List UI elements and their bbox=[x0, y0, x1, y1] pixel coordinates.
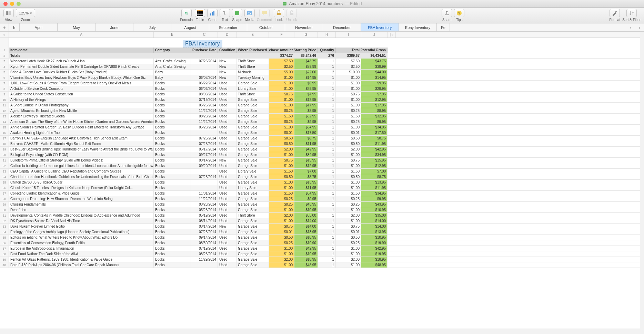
cell-potential-gross[interactable]: $15.95 bbox=[361, 158, 388, 163]
cell-condition[interactable]: Used bbox=[218, 92, 237, 97]
cell-potential-gross[interactable]: $34.95 bbox=[361, 125, 388, 130]
cell-quantity[interactable]: 1 bbox=[318, 235, 336, 240]
cell-quantity[interactable]: 1 bbox=[318, 81, 336, 86]
cell-condition[interactable]: Used bbox=[218, 191, 237, 196]
cell-total[interactable]: $0.25 bbox=[336, 196, 361, 201]
cell-name[interactable]: A Guide to the United States Constitutio… bbox=[9, 92, 154, 97]
cell-name[interactable]: 1,001 Low-Fat Soups & Stews: From Elegan… bbox=[9, 81, 154, 86]
hdr-starting-price[interactable]: Starting Price bbox=[294, 48, 318, 53]
cell-quantity[interactable]: 1 bbox=[318, 202, 336, 207]
cell-name[interactable]: Bride & Groom Love Duckies Rubber Ducks … bbox=[9, 70, 154, 75]
cell-category[interactable]: Books bbox=[154, 246, 191, 251]
cell-where[interactable]: Library Sale bbox=[237, 185, 269, 190]
cell-name[interactable]: Ford F-150 Pick-Ups 2004-06 (Chilton's T… bbox=[9, 262, 154, 268]
cell-condition[interactable]: Used bbox=[218, 240, 237, 246]
cell-purchase-amount[interactable]: $1.00 bbox=[269, 185, 294, 190]
rownum-12[interactable]: 12 bbox=[0, 108, 9, 113]
cell-condition[interactable]: Used bbox=[218, 180, 237, 185]
cell-date[interactable]: 06/06/2014 bbox=[191, 86, 218, 91]
cell-potential-gross[interactable]: $10.95 bbox=[361, 207, 388, 212]
cell-category[interactable]: Books bbox=[154, 213, 191, 218]
cell-starting-price[interactable]: $8.75 bbox=[294, 136, 318, 141]
cell-where[interactable]: Garage Sale bbox=[237, 262, 269, 268]
cell-category[interactable]: Arts, Crafts, Sewing bbox=[154, 59, 191, 64]
sheet-tab-july[interactable]: July bbox=[133, 23, 171, 31]
cell-condition[interactable]: New bbox=[218, 75, 237, 80]
cell-starting-price[interactable]: $42.95 bbox=[294, 147, 318, 152]
cell-name[interactable]: Annie Sloan's Painted Garden: 25 Easy Ou… bbox=[9, 125, 154, 130]
totals-date[interactable] bbox=[191, 53, 218, 58]
cell-total[interactable]: $7.50 bbox=[336, 59, 361, 64]
cell-purchase-amount[interactable]: $0.25 bbox=[269, 240, 294, 246]
cell-quantity[interactable]: 1 bbox=[318, 218, 336, 223]
sheet-tab-september[interactable]: September bbox=[209, 23, 247, 31]
rownum-2[interactable]: 2 bbox=[0, 53, 9, 58]
sheet-tab-may[interactable]: May bbox=[58, 23, 95, 31]
cell-purchase-amount[interactable]: $1.50 bbox=[269, 191, 294, 196]
hdr-quantity[interactable]: Quantity bbox=[318, 48, 336, 53]
cell-name[interactable]: Aleister Crowley's Illustrated Goetia bbox=[9, 114, 154, 119]
cell-potential-gross[interactable]: $14.00 bbox=[361, 224, 388, 229]
zoom-select[interactable]: 125% ▾ bbox=[16, 9, 35, 17]
cell-name[interactable]: Fast Food Nation: The Dark Side of the A… bbox=[9, 251, 154, 257]
cell-quantity[interactable]: 1 bbox=[318, 103, 336, 108]
sheet-tab-october[interactable]: October bbox=[247, 23, 285, 31]
cell-condition[interactable]: Used bbox=[218, 108, 237, 113]
cell-total[interactable]: $0.75 bbox=[336, 92, 361, 97]
cell-where[interactable]: Thrift Store bbox=[237, 92, 269, 97]
cell-purchase-amount[interactable]: $0.50 bbox=[269, 235, 294, 240]
totals-pa[interactable]: $374.27 bbox=[269, 53, 294, 58]
cell-purchase-amount[interactable]: $1.00 bbox=[269, 86, 294, 91]
cell-name[interactable]: Fenton Art Glass Patterns, 1939-1980: Id… bbox=[9, 257, 154, 262]
cell-starting-price[interactable]: $29.95 bbox=[294, 86, 318, 91]
cell-date[interactable] bbox=[191, 185, 218, 190]
cell-where[interactable]: Garage Sale bbox=[237, 174, 269, 179]
rownum-35[interactable]: 35 bbox=[0, 235, 9, 240]
rownum-3[interactable]: 3 bbox=[0, 59, 9, 64]
cell-name[interactable]: Duke Nukem Forever Limited Editio bbox=[9, 224, 154, 229]
cell-category[interactable]: Books bbox=[154, 152, 191, 157]
rownum-22[interactable]: 22 bbox=[0, 163, 9, 168]
cell-purchase-amount[interactable]: $2.00 bbox=[269, 257, 294, 262]
cell-category[interactable]: Books bbox=[154, 114, 191, 119]
col-D[interactable]: D bbox=[218, 32, 237, 38]
cell-date[interactable] bbox=[191, 130, 218, 135]
cell-name[interactable]: Dear John bbox=[9, 207, 154, 212]
cell-date[interactable] bbox=[191, 180, 218, 185]
cell-date[interactable]: 09/20/2014 bbox=[191, 163, 218, 168]
cell-potential-gross[interactable]: $35.00 bbox=[361, 213, 388, 218]
media-button[interactable] bbox=[244, 9, 255, 17]
rownum-25[interactable]: 25 bbox=[0, 180, 9, 185]
cell-where[interactable]: Garage Sale bbox=[237, 191, 269, 196]
cell-purchase-amount[interactable]: $1.00 bbox=[269, 75, 294, 80]
cell-where[interactable]: Garage Sale bbox=[237, 103, 269, 108]
hdr-where-purchased[interactable]: Where Purchased bbox=[237, 48, 269, 53]
corner-handle[interactable]: ○ bbox=[0, 32, 9, 38]
cell-starting-price[interactable]: $13.95 bbox=[294, 229, 318, 234]
cell-category[interactable]: Books bbox=[154, 240, 191, 246]
cell-quantity[interactable]: 1 bbox=[318, 251, 336, 257]
cell-quantity[interactable]: 1 bbox=[318, 92, 336, 97]
cell-starting-price[interactable]: $14.95 bbox=[294, 75, 318, 80]
cell-potential-gross[interactable]: $42.95 bbox=[361, 246, 388, 251]
rownum-4[interactable]: 4 bbox=[0, 64, 9, 69]
cell-quantity[interactable]: 1 bbox=[318, 136, 336, 141]
cell-quantity[interactable]: 1 bbox=[318, 75, 336, 80]
cell-total[interactable]: $1.00 bbox=[336, 246, 361, 251]
cell-purchase-amount[interactable]: $0.01 bbox=[269, 130, 294, 135]
cell-starting-price[interactable]: $43.75 bbox=[294, 59, 318, 64]
cell-condition[interactable]: Used bbox=[218, 119, 237, 124]
cell-date[interactable]: 07/25/2014 bbox=[191, 141, 218, 146]
cell-purchase-amount[interactable]: $1.00 bbox=[269, 103, 294, 108]
cell-name[interactable]: Wonderart Latch Hook Kit 27 Inch x40 Inc… bbox=[9, 59, 154, 64]
cell-date[interactable]: 07/19/2014 bbox=[191, 97, 218, 102]
cell-date[interactable]: 07/25/2014 bbox=[191, 136, 218, 141]
cell-starting-price[interactable]: $8.75 bbox=[294, 174, 318, 179]
cell-starting-price[interactable]: $12.95 bbox=[294, 97, 318, 102]
cell-date[interactable]: 05/23/2014 bbox=[191, 125, 218, 130]
cell-potential-gross[interactable]: $32.95 bbox=[361, 114, 388, 119]
cell-purchase-amount[interactable]: $1.00 bbox=[269, 218, 294, 223]
col-H[interactable]: H bbox=[318, 32, 336, 38]
cell-category[interactable]: Books bbox=[154, 224, 191, 229]
cell-total[interactable]: $1.00 bbox=[336, 207, 361, 212]
